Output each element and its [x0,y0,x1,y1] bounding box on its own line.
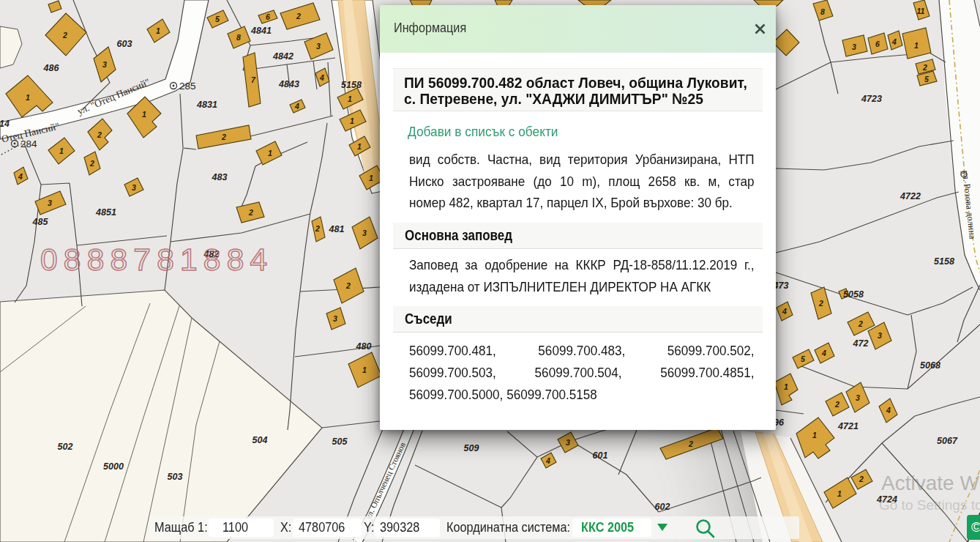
svg-text:8: 8 [236,33,241,42]
svg-text:509: 509 [464,443,479,453]
svg-text:2: 2 [221,133,226,141]
svg-text:4723: 4723 [861,94,882,104]
svg-text:3: 3 [132,183,136,192]
svg-text:483: 483 [212,172,228,182]
svg-text:4: 4 [891,37,897,46]
svg-text:5158: 5158 [341,80,362,90]
svg-text:480: 480 [356,341,372,352]
svg-text:14: 14 [0,119,10,129]
svg-text:2: 2 [97,130,102,139]
svg-text:1: 1 [59,146,64,155]
svg-text:1: 1 [26,93,30,102]
svg-text:3: 3 [852,42,856,51]
svg-text:284: 284 [20,138,37,149]
svg-text:4722: 4722 [899,191,921,201]
svg-text:1: 1 [357,142,362,151]
svg-text:3: 3 [856,393,860,402]
svg-text:2: 2 [859,475,864,483]
svg-text:6: 6 [875,40,880,48]
svg-text:5: 5 [215,15,220,23]
svg-text:5158: 5158 [934,256,954,267]
svg-text:3: 3 [566,438,570,447]
svg-text:4: 4 [294,102,299,111]
svg-text:2: 2 [834,400,839,409]
svg-text:2: 2 [688,439,693,448]
svg-text:4: 4 [821,349,826,357]
svg-text:8: 8 [820,7,825,16]
svg-text:1: 1 [156,26,160,35]
svg-text:4721: 4721 [837,421,859,431]
svg-text:1: 1 [914,41,919,50]
svg-text:4843: 4843 [278,79,299,89]
svg-text:4841: 4841 [250,26,272,36]
svg-text:1: 1 [268,149,272,157]
svg-text:285: 285 [179,81,196,92]
svg-text:6: 6 [266,12,270,21]
svg-text:505: 505 [332,437,348,447]
svg-text:1: 1 [369,174,373,182]
svg-text:602: 602 [655,502,670,512]
svg-text:4: 4 [18,172,23,181]
svg-text:4831: 4831 [196,100,217,110]
svg-text:3: 3 [102,60,107,69]
svg-text:502: 502 [58,442,73,452]
svg-text:4: 4 [886,406,891,415]
svg-text:2: 2 [858,319,863,328]
svg-text:3: 3 [362,229,367,237]
svg-text:4842: 4842 [272,51,293,62]
svg-text:485: 485 [32,217,49,227]
svg-text:1: 1 [142,110,146,119]
svg-text:2: 2 [818,299,823,308]
svg-text:2: 2 [89,159,94,168]
svg-text:4: 4 [319,73,324,82]
svg-text:2: 2 [345,281,351,290]
svg-text:11: 11 [917,7,925,15]
svg-text:2: 2 [62,31,67,40]
svg-text:4851: 4851 [95,207,116,218]
svg-text:5: 5 [801,354,805,363]
svg-text:1: 1 [350,116,354,125]
svg-text:2: 2 [315,224,320,233]
svg-text:472: 472 [853,338,869,349]
svg-text:2: 2 [296,12,301,21]
svg-text:503: 503 [168,472,183,482]
svg-text:5: 5 [924,75,929,83]
svg-text:1: 1 [784,382,788,391]
svg-text:5058: 5058 [843,289,864,300]
svg-text:1: 1 [812,431,817,439]
svg-text:3: 3 [48,198,52,207]
svg-text:601: 601 [593,450,608,461]
svg-text:0888781884: 0888781884 [40,242,273,277]
svg-text:1: 1 [348,94,352,103]
svg-text:4: 4 [782,307,787,316]
svg-text:2: 2 [922,63,927,72]
svg-text:603: 603 [117,39,132,49]
svg-text:3: 3 [878,331,882,340]
svg-text:5068: 5068 [920,360,940,371]
svg-text:1: 1 [837,489,842,498]
svg-text:3: 3 [316,42,321,51]
svg-text:4: 4 [545,456,550,465]
svg-text:1: 1 [362,365,367,374]
svg-text:5067: 5067 [937,436,958,446]
svg-text:2: 2 [248,208,253,217]
svg-text:504: 504 [253,435,268,445]
svg-text:5000: 5000 [103,461,124,472]
svg-text:486: 486 [43,63,60,73]
svg-text:3: 3 [333,314,337,323]
svg-text:481: 481 [329,224,345,234]
